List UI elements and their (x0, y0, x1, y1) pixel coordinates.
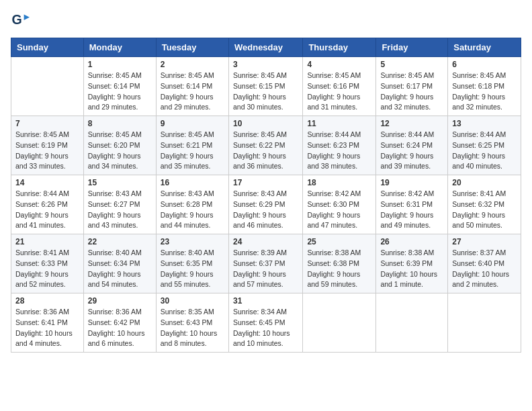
day-info: Sunrise: 8:44 AMSunset: 6:25 PMDaylight:… (452, 130, 517, 172)
day-number: 29 (88, 296, 152, 306)
weekday-header-tuesday: Tuesday (156, 38, 228, 57)
day-info: Sunrise: 8:35 AMSunset: 6:43 PMDaylight:… (161, 307, 224, 349)
day-number: 23 (161, 237, 224, 246)
day-info: Sunrise: 8:40 AMSunset: 6:35 PMDaylight:… (161, 248, 224, 290)
weekday-header-sunday: Sunday (11, 38, 84, 57)
day-info: Sunrise: 8:44 AMSunset: 6:23 PMDaylight:… (307, 130, 371, 172)
day-number: 18 (307, 178, 371, 187)
day-info: Sunrise: 8:44 AMSunset: 6:24 PMDaylight:… (380, 130, 443, 172)
day-info: Sunrise: 8:43 AMSunset: 6:27 PMDaylight:… (88, 189, 152, 231)
day-number: 9 (161, 119, 224, 128)
calendar-cell: 5Sunrise: 8:45 AMSunset: 6:17 PMDaylight… (376, 57, 448, 116)
calendar-cell: 8Sunrise: 8:45 AMSunset: 6:20 PMDaylight… (83, 116, 156, 175)
calendar-cell: 10Sunrise: 8:45 AMSunset: 6:22 PMDayligh… (228, 116, 302, 175)
day-info: Sunrise: 8:45 AMSunset: 6:14 PMDaylight:… (88, 71, 152, 113)
svg-marker-1 (24, 15, 30, 20)
calendar-cell: 25Sunrise: 8:38 AMSunset: 6:38 PMDayligh… (303, 234, 376, 293)
calendar-cell: 26Sunrise: 8:38 AMSunset: 6:39 PMDayligh… (376, 234, 448, 293)
calendar-table: SundayMondayTuesdayWednesdayThursdayFrid… (11, 38, 521, 353)
day-number: 6 (452, 60, 517, 69)
calendar-week-5: 28Sunrise: 8:36 AMSunset: 6:41 PMDayligh… (11, 293, 521, 353)
calendar-week-3: 14Sunrise: 8:44 AMSunset: 6:26 PMDayligh… (11, 175, 521, 234)
day-info: Sunrise: 8:38 AMSunset: 6:38 PMDaylight:… (307, 248, 371, 290)
day-number: 2 (161, 60, 224, 69)
calendar-cell: 30Sunrise: 8:35 AMSunset: 6:43 PMDayligh… (156, 293, 228, 353)
calendar-cell: 7Sunrise: 8:45 AMSunset: 6:19 PMDaylight… (11, 116, 84, 175)
calendar-cell: 14Sunrise: 8:44 AMSunset: 6:26 PMDayligh… (11, 175, 84, 234)
calendar-cell: 13Sunrise: 8:44 AMSunset: 6:25 PMDayligh… (448, 116, 521, 175)
svg-text:G: G (11, 12, 21, 27)
day-info: Sunrise: 8:37 AMSunset: 6:40 PMDaylight:… (452, 248, 517, 290)
day-info: Sunrise: 8:44 AMSunset: 6:26 PMDaylight:… (15, 189, 79, 231)
day-info: Sunrise: 8:45 AMSunset: 6:15 PMDaylight:… (233, 71, 298, 113)
calendar-cell: 15Sunrise: 8:43 AMSunset: 6:27 PMDayligh… (83, 175, 156, 234)
weekday-header-row: SundayMondayTuesdayWednesdayThursdayFrid… (11, 38, 521, 57)
day-number: 3 (233, 60, 298, 69)
day-info: Sunrise: 8:45 AMSunset: 6:19 PMDaylight:… (15, 130, 79, 172)
weekday-header-wednesday: Wednesday (228, 38, 302, 57)
day-info: Sunrise: 8:43 AMSunset: 6:28 PMDaylight:… (161, 189, 224, 231)
day-number: 14 (15, 178, 79, 187)
calendar-cell: 17Sunrise: 8:43 AMSunset: 6:29 PMDayligh… (228, 175, 302, 234)
day-number: 31 (233, 296, 298, 306)
day-info: Sunrise: 8:36 AMSunset: 6:41 PMDaylight:… (15, 307, 79, 349)
day-info: Sunrise: 8:45 AMSunset: 6:16 PMDaylight:… (307, 71, 371, 113)
calendar-week-4: 21Sunrise: 8:41 AMSunset: 6:33 PMDayligh… (11, 234, 521, 293)
calendar-cell: 6Sunrise: 8:45 AMSunset: 6:18 PMDaylight… (448, 57, 521, 116)
day-info: Sunrise: 8:45 AMSunset: 6:22 PMDaylight:… (233, 130, 298, 172)
day-number: 15 (88, 178, 152, 187)
day-number: 7 (15, 119, 79, 128)
day-number: 19 (380, 178, 443, 187)
day-number: 4 (307, 60, 371, 69)
day-number: 1 (88, 60, 152, 69)
day-number: 16 (161, 178, 224, 187)
logo: G (11, 11, 31, 30)
calendar-cell: 24Sunrise: 8:39 AMSunset: 6:37 PMDayligh… (228, 234, 302, 293)
calendar-cell: 3Sunrise: 8:45 AMSunset: 6:15 PMDaylight… (228, 57, 302, 116)
day-number: 10 (233, 119, 298, 128)
day-info: Sunrise: 8:36 AMSunset: 6:42 PMDaylight:… (88, 307, 152, 349)
day-number: 12 (380, 119, 443, 128)
calendar-cell: 21Sunrise: 8:41 AMSunset: 6:33 PMDayligh… (11, 234, 84, 293)
calendar-cell: 11Sunrise: 8:44 AMSunset: 6:23 PMDayligh… (303, 116, 376, 175)
weekday-header-monday: Monday (83, 38, 156, 57)
day-number: 25 (307, 237, 371, 246)
calendar-cell (303, 293, 376, 353)
calendar-cell: 20Sunrise: 8:41 AMSunset: 6:32 PMDayligh… (448, 175, 521, 234)
day-info: Sunrise: 8:43 AMSunset: 6:29 PMDaylight:… (233, 189, 298, 231)
calendar-cell: 12Sunrise: 8:44 AMSunset: 6:24 PMDayligh… (376, 116, 448, 175)
page-header: G (11, 11, 521, 30)
day-info: Sunrise: 8:45 AMSunset: 6:17 PMDaylight:… (380, 71, 443, 113)
day-number: 22 (88, 237, 152, 246)
calendar-week-2: 7Sunrise: 8:45 AMSunset: 6:19 PMDaylight… (11, 116, 521, 175)
day-number: 30 (161, 296, 224, 306)
day-info: Sunrise: 8:41 AMSunset: 6:33 PMDaylight:… (15, 248, 79, 290)
day-info: Sunrise: 8:34 AMSunset: 6:45 PMDaylight:… (233, 307, 298, 349)
calendar-cell: 22Sunrise: 8:40 AMSunset: 6:34 PMDayligh… (83, 234, 156, 293)
day-info: Sunrise: 8:40 AMSunset: 6:34 PMDaylight:… (88, 248, 152, 290)
calendar-cell: 19Sunrise: 8:42 AMSunset: 6:31 PMDayligh… (376, 175, 448, 234)
calendar-cell (11, 57, 84, 116)
day-info: Sunrise: 8:42 AMSunset: 6:31 PMDaylight:… (380, 189, 443, 231)
day-info: Sunrise: 8:38 AMSunset: 6:39 PMDaylight:… (380, 248, 443, 290)
calendar-cell: 1Sunrise: 8:45 AMSunset: 6:14 PMDaylight… (83, 57, 156, 116)
calendar-cell: 18Sunrise: 8:42 AMSunset: 6:30 PMDayligh… (303, 175, 376, 234)
day-info: Sunrise: 8:41 AMSunset: 6:32 PMDaylight:… (452, 189, 517, 231)
weekday-header-saturday: Saturday (448, 38, 521, 57)
day-info: Sunrise: 8:45 AMSunset: 6:14 PMDaylight:… (161, 71, 224, 113)
calendar-cell: 27Sunrise: 8:37 AMSunset: 6:40 PMDayligh… (448, 234, 521, 293)
calendar-cell: 31Sunrise: 8:34 AMSunset: 6:45 PMDayligh… (228, 293, 302, 353)
calendar-cell: 29Sunrise: 8:36 AMSunset: 6:42 PMDayligh… (83, 293, 156, 353)
day-number: 28 (15, 296, 79, 306)
day-number: 24 (233, 237, 298, 246)
calendar-cell: 4Sunrise: 8:45 AMSunset: 6:16 PMDaylight… (303, 57, 376, 116)
day-info: Sunrise: 8:45 AMSunset: 6:18 PMDaylight:… (452, 71, 517, 113)
weekday-header-friday: Friday (376, 38, 448, 57)
day-number: 11 (307, 119, 371, 128)
logo-icon: G (11, 11, 30, 30)
calendar-week-1: 1Sunrise: 8:45 AMSunset: 6:14 PMDaylight… (11, 57, 521, 116)
calendar-cell (448, 293, 521, 353)
day-info: Sunrise: 8:45 AMSunset: 6:21 PMDaylight:… (161, 130, 224, 172)
calendar-cell (376, 293, 448, 353)
day-number: 26 (380, 237, 443, 246)
